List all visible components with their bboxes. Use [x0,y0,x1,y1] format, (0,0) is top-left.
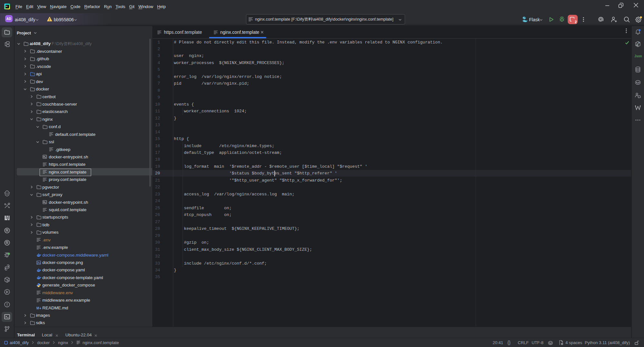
svg-text:M: M [36,306,39,310]
svg-text:U: U [638,42,639,43]
svg-text:ML: ML [636,44,639,46]
